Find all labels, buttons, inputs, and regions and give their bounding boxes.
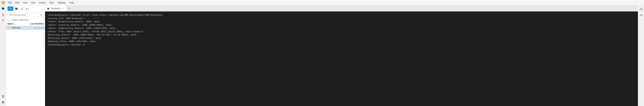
menu-settings[interactable]: Settings xyxy=(56,1,67,4)
upload-button[interactable] xyxy=(20,6,24,11)
menu-run[interactable]: Run xyxy=(30,1,37,4)
filter-tab-icon[interactable] xyxy=(1,18,6,23)
breadcrumb-text: / … / home / zsherman / xyxy=(8,19,29,21)
sort-asc-icon: ▲ xyxy=(14,23,15,25)
file-name-label: ARM-Note… xyxy=(11,27,28,29)
svg-point-3 xyxy=(4,3,4,4)
terminal-area[interactable]: zsherman@jupyter-zsherman:~$ git clone h… xyxy=(45,11,638,106)
content-area: ▣ Terminal 2 ✕ + zsherman@jupyter-zsherm… xyxy=(45,5,638,106)
svg-rect-8 xyxy=(21,9,23,10)
upload-tab-icon[interactable] xyxy=(1,12,6,17)
svg-rect-4 xyxy=(2,15,4,16)
sidebar-toolbar: + xyxy=(6,5,45,12)
menu-items: File Edit View Run Kernel Tabs Settings … xyxy=(6,1,76,4)
table-row[interactable]: 📁 ARM-Note… seconds ago xyxy=(6,26,45,30)
svg-point-1 xyxy=(3,1,4,2)
right-activity-bar xyxy=(638,5,644,106)
tab-close-button[interactable]: ✕ xyxy=(62,7,64,10)
tab-bar: ▣ Terminal 2 ✕ + xyxy=(45,5,638,11)
new-button[interactable]: + xyxy=(8,6,14,11)
menu-view[interactable]: View xyxy=(21,1,29,4)
svg-rect-5 xyxy=(2,20,4,20)
activity-bar xyxy=(0,5,6,106)
svg-point-2 xyxy=(2,3,3,4)
puzzle-tab-icon[interactable] xyxy=(1,100,6,105)
menu-tabs[interactable]: Tabs xyxy=(48,1,56,4)
terminal-output: zsherman@jupyter-zsherman:~$ git clone h… xyxy=(48,14,163,46)
main-layout: + 🔍 / … xyxy=(0,5,644,106)
search-box: 🔍 xyxy=(8,13,44,17)
search-input[interactable] xyxy=(8,13,44,17)
refresh-button[interactable] xyxy=(25,6,30,11)
search-icon: 🔍 xyxy=(40,14,42,16)
jupyter-logo xyxy=(1,1,5,4)
file-list: 📁 ARM-Note… seconds ago xyxy=(6,26,45,106)
col-modified-header: Last Modified xyxy=(25,23,44,25)
file-modified-label: seconds ago xyxy=(28,27,44,29)
open-folder-button[interactable] xyxy=(14,6,19,11)
folder-icon: 📁 xyxy=(8,26,10,29)
file-list-header: Name ▲ Last Modified xyxy=(6,22,45,26)
svg-rect-6 xyxy=(2,20,4,21)
folder-tab-icon[interactable] xyxy=(1,6,6,11)
right-settings-icon-2[interactable] xyxy=(639,13,644,17)
tab-label: Terminal 2 xyxy=(51,7,61,10)
col-name-header: Name ▲ xyxy=(8,23,25,25)
breadcrumb: / … / home / zsherman / xyxy=(6,18,45,22)
menu-edit[interactable]: Edit xyxy=(14,1,21,4)
terminal-tab-icon: ▣ xyxy=(47,7,49,10)
menu-file[interactable]: File xyxy=(6,1,14,4)
tab-terminal-2[interactable]: ▣ Terminal 2 ✕ xyxy=(45,5,66,11)
svg-rect-7 xyxy=(3,21,4,21)
sidebar: + 🔍 / … xyxy=(6,5,45,106)
svg-point-9 xyxy=(640,15,642,16)
right-settings-icon-1[interactable] xyxy=(639,7,644,11)
new-tab-button[interactable]: + xyxy=(66,5,72,11)
menubar: File Edit View Run Kernel Tabs Settings … xyxy=(0,0,644,5)
menu-help[interactable]: Help xyxy=(68,1,76,4)
menu-kernel[interactable]: Kernel xyxy=(38,1,47,4)
layers-tab-icon[interactable] xyxy=(1,94,6,99)
